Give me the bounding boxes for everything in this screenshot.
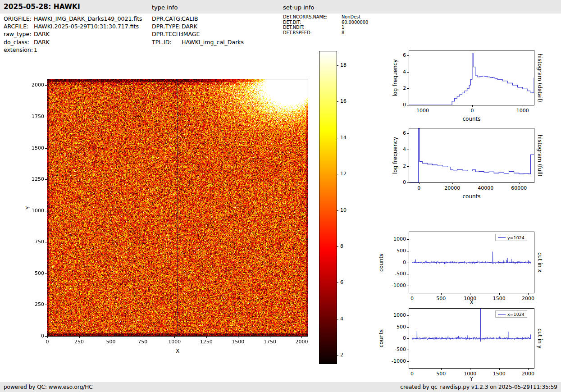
- colorbar-tick-mark: [337, 174, 338, 174]
- y-tick-mark: [407, 133, 409, 134]
- colorbar-tick-mark: [337, 246, 338, 247]
- y-tick-label: 1750: [23, 114, 44, 119]
- info-row: raw_type:DARK: [4, 30, 142, 38]
- x-tick-mark: [206, 337, 207, 338]
- colorbar-tick-label: 12: [340, 171, 354, 177]
- info-value: NonDest: [342, 14, 360, 19]
- y-tick-mark: [45, 242, 47, 242]
- y-tick-mark: [407, 55, 409, 56]
- x-tick-label: 250: [66, 339, 93, 345]
- y-tick-label: 4: [385, 69, 406, 75]
- info-label: DPR.CATG:: [152, 15, 182, 23]
- y-tick-mark: [407, 361, 409, 362]
- y-tick-mark: [407, 166, 409, 167]
- x-tick-label: 0: [398, 296, 425, 301]
- y-tick-label: -500: [385, 271, 406, 277]
- colorbar-tick-mark: [337, 355, 338, 356]
- x-tick-label: 750: [129, 339, 156, 345]
- x-tick-mark: [412, 293, 412, 295]
- y-tick-mark: [407, 105, 409, 105]
- y-tick-mark: [407, 263, 409, 263]
- x-tick-mark: [470, 369, 470, 370]
- info-value: IMAGE: [182, 31, 200, 37]
- hist-detail-right-label: histogram (detail): [536, 50, 543, 105]
- y-tick-mark: [407, 72, 409, 73]
- x-tick-mark: [111, 337, 111, 338]
- y-tick-label: 750: [23, 239, 44, 245]
- colorbar-tick-mark: [337, 101, 338, 102]
- x-tick-label: -1000: [408, 108, 435, 114]
- x-tick-mark: [499, 369, 500, 370]
- x-tick-mark: [441, 293, 442, 295]
- info-label: do_class:: [4, 38, 34, 46]
- x-tick-mark: [79, 337, 80, 338]
- x-tick-mark: [238, 337, 238, 338]
- x-tick-label: 500: [428, 296, 455, 301]
- info-label: DET.DIT:: [283, 20, 342, 25]
- type-info-block: DPR.CATG:CALIBDPR.TYPE:DARKDPR.TECH:IMAG…: [152, 15, 244, 46]
- x-tick-mark: [486, 183, 486, 184]
- x-tick-label: 2000: [515, 371, 542, 377]
- x-tick-label: 1000: [456, 371, 483, 377]
- hist-detail-plot: [409, 50, 534, 105]
- y-tick-label: 4: [385, 146, 406, 152]
- y-tick-mark: [407, 327, 409, 328]
- hist-full-right-label: histogram (full): [536, 128, 543, 182]
- colorbar-tick-mark: [337, 138, 338, 138]
- x-tick-label: 40000: [472, 185, 499, 191]
- y-tick-mark: [45, 305, 47, 305]
- colorbar-tick-label: 14: [340, 135, 354, 141]
- hist-detail-xaxis-label: counts: [409, 116, 534, 122]
- file-info-block: ORIGFILE:HAWKI_IMG_DARK_Darks149_0021.fi…: [4, 15, 142, 54]
- x-tick-label: 0: [406, 185, 433, 191]
- y-tick-label: 1000: [385, 312, 406, 318]
- y-tick-label: -500: [385, 346, 406, 352]
- page-title: 2025-05-28: HAWKI: [4, 3, 80, 11]
- x-tick-mark: [301, 337, 302, 338]
- setup-info-block: DET.NCORRS.NAME:NonDestDET.DIT:60.000000…: [283, 14, 368, 35]
- y-tick-mark: [45, 336, 47, 337]
- info-row: ARCFILE:HAWKI.2025-05-29T10:31:30.717.fi…: [4, 23, 142, 30]
- y-tick-label: 6: [385, 52, 406, 58]
- y-tick-mark: [45, 117, 47, 117]
- x-tick-mark: [441, 369, 442, 370]
- colorbar-tick-label: 4: [340, 316, 354, 322]
- hist-detail-yaxis-label: log frequency: [392, 50, 399, 105]
- cut-x-yaxis-label: counts: [378, 232, 385, 293]
- x-tick-label: 0: [459, 108, 486, 114]
- y-tick-mark: [407, 182, 409, 183]
- x-tick-mark: [412, 369, 412, 370]
- x-tick-label: 0: [34, 339, 61, 345]
- footer-credit-left: powered by QC: www.eso.org/HC: [4, 384, 93, 390]
- y-tick-mark: [407, 350, 409, 350]
- y-tick-mark: [45, 85, 47, 86]
- x-tick-mark: [422, 105, 422, 107]
- y-tick-label: -1000: [385, 358, 406, 364]
- y-tick-label: 250: [23, 301, 44, 307]
- header-bar: [0, 0, 561, 14]
- info-value: HAWKI_IMG_DARK_Darks149_0021.fits: [34, 15, 142, 22]
- x-tick-mark: [452, 183, 453, 184]
- info-label: DET.NCORRS.NAME:: [283, 14, 342, 20]
- cut-x-line: [412, 252, 531, 264]
- hist-full-xaxis-label: counts: [409, 193, 534, 200]
- colorbar-tick-mark: [337, 283, 338, 283]
- x-tick-label: 1500: [486, 296, 513, 301]
- info-label: raw_type:: [4, 30, 34, 38]
- y-tick-label: 0: [385, 260, 406, 265]
- x-tick-label: 60000: [506, 185, 533, 191]
- x-tick-label: 2000: [515, 296, 542, 301]
- info-label: DET.NDIT:: [283, 25, 342, 30]
- x-tick-mark: [519, 183, 520, 184]
- x-tick-label: 1250: [193, 339, 220, 345]
- x-tick-mark: [419, 183, 420, 184]
- y-tick-label: 500: [385, 324, 406, 330]
- x-tick-label: 1500: [224, 339, 251, 345]
- y-tick-mark: [407, 150, 409, 150]
- colorbar-tick-mark: [337, 319, 338, 319]
- y-tick-label: 1000: [385, 236, 406, 242]
- x-tick-mark: [174, 337, 175, 338]
- y-tick-label: 0: [23, 333, 44, 339]
- info-value: HAWKI_img_cal_Darks: [182, 39, 244, 46]
- x-tick-mark: [528, 293, 529, 295]
